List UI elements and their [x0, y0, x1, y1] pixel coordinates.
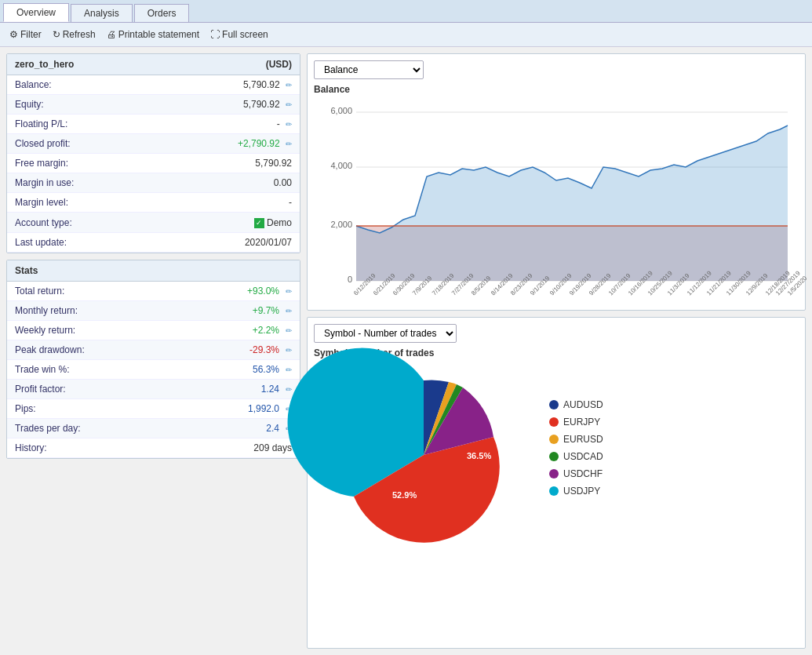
peak-drawdown-row: Peak drawdown: -29.3% ✏ — [7, 340, 300, 360]
toolbar: ⚙ Filter ↻ Refresh 🖨 Printable statement… — [0, 23, 812, 47]
stats-card-body: Total return: +93.0% ✏ Monthly return: +… — [7, 282, 300, 458]
fullscreen-button[interactable]: ⛶ Full screen — [207, 27, 271, 42]
pie-container: Symbol - Number of trades — [314, 348, 799, 548]
legend-item-audusd: AUDUSD — [549, 399, 603, 410]
tab-overview[interactable]: Overview — [3, 3, 69, 22]
table-row: Balance: 5,790.92 ✏ — [7, 75, 300, 95]
legend-item-usdcad: USDCAD — [549, 451, 603, 462]
right-panel: Balance Equity Profit Balance 6,000 4,00… — [307, 53, 806, 649]
history-value: 209 days — [253, 442, 292, 453]
peak-drawdown-edit-icon[interactable]: ✏ — [286, 346, 292, 355]
equity-label: Equity: — [7, 95, 139, 115]
tabs-bar: Overview Analysis Orders — [0, 0, 812, 23]
trade-win-label: Trade win %: — [15, 364, 70, 375]
balance-chart-card: Balance Equity Profit Balance 6,000 4,00… — [307, 53, 806, 311]
profit-factor-value: 1.24 ✏ — [261, 384, 292, 395]
weekly-return-row: Weekly return: +2.2% ✏ — [7, 321, 300, 340]
last-update-value: 2020/01/07 — [139, 233, 300, 253]
monthly-return-edit-icon[interactable]: ✏ — [286, 307, 292, 315]
filter-button[interactable]: ⚙ Filter — [6, 27, 45, 42]
stats-title: Stats — [15, 265, 38, 276]
total-return-edit-icon[interactable]: ✏ — [286, 287, 292, 296]
profit-factor-row: Profit factor: 1.24 ✏ — [7, 380, 300, 399]
balance-label: Balance: — [7, 75, 139, 95]
margin-level-value: - — [139, 193, 300, 213]
legend-item-usdchf: USDCHF — [549, 468, 603, 479]
svg-text:36.5%: 36.5% — [467, 451, 491, 460]
eurjpy-dot — [549, 417, 559, 427]
margin-in-use-value: 0.00 — [139, 173, 300, 193]
app-container: Overview Analysis Orders ⚙ Filter ↻ Refr… — [0, 0, 812, 655]
pie-dropdown[interactable]: Symbol - Number of trades Symbol - Volum… — [314, 324, 457, 343]
refresh-icon: ↻ — [53, 29, 60, 40]
balance-chart-title: Balance — [314, 84, 799, 95]
stats-card: Stats Total return: +93.0% ✏ Monthly ret… — [6, 260, 300, 459]
balance-edit-icon[interactable]: ✏ — [286, 81, 292, 89]
trade-win-value: 56.3% ✏ — [253, 364, 292, 375]
tab-analysis[interactable]: Analysis — [71, 4, 133, 22]
svg-text:52.9%: 52.9% — [392, 490, 417, 500]
closed-profit-label: Closed profit: — [7, 134, 139, 154]
account-username: zero_to_hero — [15, 59, 74, 70]
equity-value: 5,790.92 ✏ — [139, 95, 300, 115]
peak-drawdown-value: -29.3% ✏ — [249, 344, 292, 355]
account-card: zero_to_hero (USD) Balance: 5,790.92 ✏ E… — [6, 53, 300, 253]
history-label: History: — [15, 442, 47, 453]
pie-dropdown-container: Symbol - Number of trades Symbol - Volum… — [314, 324, 799, 343]
audusd-label: AUDUSD — [563, 399, 603, 410]
main-content: zero_to_hero (USD) Balance: 5,790.92 ✏ E… — [0, 47, 812, 655]
table-row: Equity: 5,790.92 ✏ — [7, 95, 300, 115]
svg-text:2,000: 2,000 — [330, 220, 352, 229]
trade-win-row: Trade win %: 56.3% ✏ — [7, 360, 300, 380]
usdcad-label: USDCAD — [563, 451, 603, 462]
print-icon: 🖨 — [107, 29, 116, 40]
usdchf-label: USDCHF — [563, 468, 603, 479]
eurusd-dot — [549, 435, 559, 444]
eurusd-label: EURUSD — [563, 434, 603, 445]
balance-value: 5,790.92 ✏ — [139, 75, 300, 95]
total-return-row: Total return: +93.0% ✏ — [7, 282, 300, 301]
trade-win-edit-icon[interactable]: ✏ — [286, 366, 292, 374]
account-table: Balance: 5,790.92 ✏ Equity: 5,790.92 ✏ F… — [7, 75, 300, 253]
pie-chart-svg: 52.9% 36.5% — [314, 365, 533, 545]
filter-icon: ⚙ — [9, 29, 18, 40]
floating-pl-label: Floating P/L: — [7, 115, 139, 134]
account-type-label: Account type: — [7, 213, 139, 233]
balance-dropdown[interactable]: Balance Equity Profit — [314, 60, 424, 79]
history-row: History: 209 days — [7, 438, 300, 458]
free-margin-value: 5,790.92 — [139, 154, 300, 173]
pie-chart-area: Symbol - Number of trades — [314, 348, 533, 548]
legend-item-usdjpy: USDJPY — [549, 486, 603, 497]
last-update-label: Last update: — [7, 233, 139, 253]
svg-text:0: 0 — [348, 275, 352, 284]
table-row: Closed profit: +2,790.92 ✏ — [7, 134, 300, 154]
weekly-return-edit-icon[interactable]: ✏ — [286, 326, 292, 335]
equity-edit-icon[interactable]: ✏ — [286, 100, 292, 109]
table-row: Free margin: 5,790.92 — [7, 154, 300, 173]
closed-profit-edit-icon[interactable]: ✏ — [286, 140, 292, 148]
stats-card-header: Stats — [7, 260, 300, 282]
profit-factor-edit-icon[interactable]: ✏ — [286, 385, 292, 394]
usdchf-dot — [549, 469, 559, 479]
refresh-button[interactable]: ↻ Refresh — [49, 27, 99, 42]
pips-label: Pips: — [15, 403, 36, 414]
trades-per-day-row: Trades per day: 2.4 ✏ — [7, 419, 300, 438]
table-row: Floating P/L: - ✏ — [7, 115, 300, 134]
margin-in-use-label: Margin in use: — [7, 173, 139, 193]
floating-edit-icon[interactable]: ✏ — [286, 120, 292, 129]
table-row: Last update: 2020/01/07 — [7, 233, 300, 253]
table-row: Margin in use: 0.00 — [7, 173, 300, 193]
profit-factor-label: Profit factor: — [15, 384, 66, 395]
table-row: Account type: ✓ Demo — [7, 213, 300, 233]
tab-orders[interactable]: Orders — [134, 4, 190, 22]
usdjpy-label: USDJPY — [563, 486, 600, 497]
peak-drawdown-label: Peak drawdown: — [15, 344, 85, 355]
account-type-text: Demo — [267, 217, 292, 228]
svg-marker-9 — [356, 126, 788, 281]
print-button[interactable]: 🖨 Printable statement — [104, 27, 202, 42]
account-currency: (USD) — [266, 59, 292, 70]
floating-pl-value: - ✏ — [139, 115, 300, 134]
eurjpy-label: EURJPY — [563, 417, 600, 428]
pie-legend: AUDUSD EURJPY EURUSD USDCAD — [549, 399, 603, 497]
account-card-body: Balance: 5,790.92 ✏ Equity: 5,790.92 ✏ F… — [7, 75, 300, 253]
